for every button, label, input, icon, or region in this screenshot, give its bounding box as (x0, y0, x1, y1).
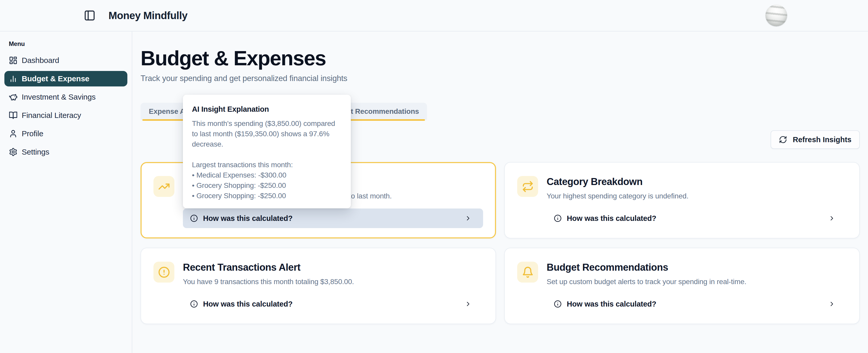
panel-left-icon (84, 9, 96, 22)
sidebar-item-label: Dashboard (22, 56, 59, 65)
piggy-bank-icon (9, 93, 18, 101)
sidebar-item-label: Settings (22, 148, 49, 156)
popover-text-line: This month's spending ($3,850.00) compar… (192, 118, 342, 129)
info-icon (190, 214, 198, 222)
popover-text-line: Largest transactions this month: (192, 160, 342, 170)
page-title: Budget & Expenses (141, 46, 860, 71)
insight-card-budget-recommendations: Budget Recommendations Set up custom bud… (504, 248, 860, 324)
card-content: Recent Transactions Alert You have 9 tra… (183, 262, 483, 314)
how-calculated-label: How was this calculated? (203, 300, 293, 308)
gear-icon (9, 148, 18, 156)
bar-chart-icon (9, 74, 18, 83)
alert-circle-icon (153, 262, 175, 283)
info-icon (190, 300, 198, 308)
layout-dashboard-icon (9, 56, 18, 65)
card-subtitle: to last month. (349, 191, 483, 201)
chevron-right-icon (464, 301, 472, 308)
refresh-insights-label: Refresh Insights (793, 136, 851, 144)
chevron-right-icon (828, 215, 835, 222)
how-calculated-link[interactable]: How was this calculated? (547, 209, 847, 228)
sidebar: Menu Dashboard Budget & Expense Investme… (0, 32, 132, 353)
ai-insight-popover: AI Insight Explanation This month's spen… (183, 95, 351, 208)
bell-icon (517, 262, 538, 283)
trending-up-icon (153, 176, 175, 197)
app-title: Money Mindfully (108, 10, 188, 22)
how-calculated-link[interactable]: How was this calculated? (183, 209, 483, 228)
popover-text-line: • Grocery Shopping: -$250.00 (192, 191, 342, 201)
card-title: Category Breakdown (547, 176, 847, 187)
how-calculated-label: How was this calculated? (203, 214, 293, 223)
sidebar-item-profile[interactable]: Profile (4, 126, 127, 141)
sidebar-item-investment-savings[interactable]: Investment & Savings (4, 89, 127, 105)
refresh-icon (779, 136, 787, 144)
how-calculated-link[interactable]: How was this calculated? (547, 294, 847, 314)
repeat-icon (517, 176, 538, 197)
sidebar-item-financial-literacy[interactable]: Financial Literacy (4, 108, 127, 123)
book-open-icon (9, 111, 18, 120)
popover-title: AI Insight Explanation (192, 105, 342, 114)
popover-body: This month's spending ($3,850.00) compar… (192, 118, 342, 201)
popover-text-line: decrease. (192, 139, 342, 149)
popover-text-line: • Grocery Shopping: -$250.00 (192, 180, 342, 191)
info-icon (554, 300, 562, 308)
sidebar-item-label: Investment & Savings (22, 93, 96, 101)
sidebar-item-budget-expense[interactable]: Budget & Expense (4, 71, 127, 86)
insight-card-category-breakdown: Category Breakdown Your highest spending… (504, 162, 860, 239)
card-title: Budget Recommendations (547, 262, 847, 273)
chevron-right-icon (828, 301, 835, 308)
page-subtitle: Track your spending and get personalized… (141, 74, 860, 83)
sidebar-item-settings[interactable]: Settings (4, 144, 127, 160)
app-header: Money Mindfully (0, 0, 868, 32)
card-subtitle: Your highest spending category is undefi… (547, 191, 847, 201)
how-calculated-label: How was this calculated? (567, 300, 656, 308)
user-icon (9, 129, 18, 138)
sidebar-toggle-button[interactable] (84, 9, 96, 22)
card-title: Recent Transactions Alert (183, 262, 483, 273)
avatar[interactable] (766, 5, 787, 26)
sidebar-item-label: Budget & Expense (22, 74, 89, 83)
sidebar-item-dashboard[interactable]: Dashboard (4, 52, 127, 68)
card-subtitle: You have 9 transactions this month total… (183, 277, 483, 286)
how-calculated-link[interactable]: How was this calculated? (183, 294, 483, 314)
chevron-right-icon (464, 215, 472, 222)
card-content: Budget Recommendations Set up custom bud… (547, 262, 847, 314)
sidebar-section-label: Menu (9, 40, 127, 47)
card-subtitle: Set up custom budget alerts to track you… (547, 277, 847, 286)
refresh-insights-button[interactable]: Refresh Insights (771, 130, 860, 149)
popover-paragraph-gap (192, 149, 342, 160)
insight-card-recent-transactions: Recent Transactions Alert You have 9 tra… (141, 248, 496, 324)
popover-text-line: to last month ($159,350.00) shows a 97.6… (192, 129, 342, 139)
sidebar-item-label: Profile (22, 129, 43, 138)
popover-text-line: • Medical Expenses: -$300.00 (192, 170, 342, 180)
sidebar-item-label: Financial Literacy (22, 111, 81, 120)
card-content: Category Breakdown Your highest spending… (547, 176, 847, 228)
how-calculated-label: How was this calculated? (567, 214, 656, 223)
info-icon (554, 214, 562, 222)
